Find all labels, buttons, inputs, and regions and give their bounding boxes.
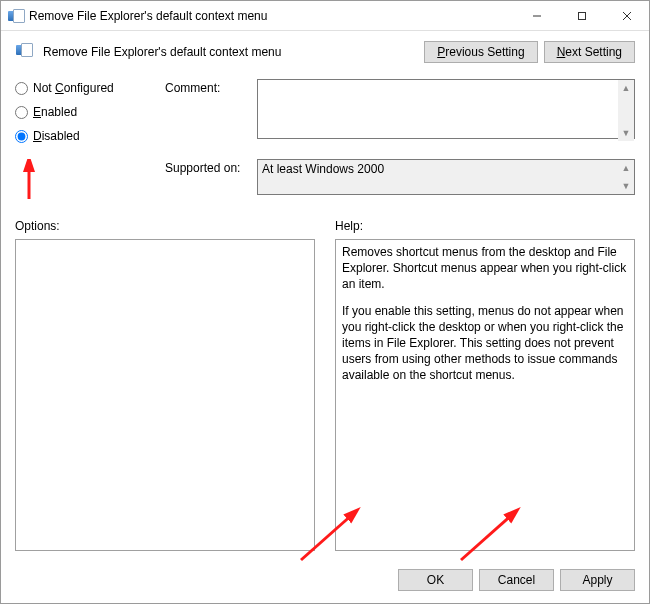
window-buttons — [514, 1, 649, 31]
radio-disabled-label: Disabled — [33, 129, 80, 143]
minimize-button[interactable] — [514, 1, 559, 31]
radio-enabled-label: Enabled — [33, 105, 77, 119]
maximize-icon — [577, 11, 587, 21]
dialog-icon — [7, 8, 23, 24]
help-header: Help: — [335, 219, 635, 233]
radio-disabled[interactable]: Disabled — [15, 129, 155, 143]
previous-setting-button[interactable]: Previous Setting — [424, 41, 537, 63]
dialog-footer: OK Cancel Apply — [1, 561, 649, 603]
comment-grid: Comment: ▲ ▼ Supported on: At least Wind… — [165, 79, 635, 201]
supported-on-wrap: At least Windows 2000 ▲ ▼ — [257, 159, 635, 195]
cancel-button[interactable]: Cancel — [479, 569, 554, 591]
annotation-arrow-disabled — [18, 159, 40, 201]
scroll-down-icon[interactable]: ▼ — [618, 125, 634, 141]
radio-enabled[interactable]: Enabled — [15, 105, 155, 119]
supported-on-label: Supported on: — [165, 159, 257, 175]
options-box[interactable] — [15, 239, 315, 551]
close-button[interactable] — [604, 1, 649, 31]
details-row: Options: Help: Removes shortcut menus fr… — [15, 219, 635, 551]
comment-label: Comment: — [165, 79, 257, 95]
radio-not-configured[interactable]: Not Configured — [15, 81, 155, 95]
next-setting-button[interactable]: Next Setting — [544, 41, 635, 63]
options-header: Options: — [15, 219, 315, 233]
comment-scrollbar[interactable]: ▲ ▼ — [618, 80, 634, 141]
comment-field[interactable] — [257, 79, 635, 139]
titlebar: Remove File Explorer's default context m… — [1, 1, 649, 31]
help-paragraph-1: Removes shortcut menus from the desktop … — [342, 244, 628, 293]
comment-field-wrap: ▲ ▼ — [257, 79, 635, 142]
maximize-button[interactable] — [559, 1, 604, 31]
setting-icon — [15, 42, 35, 62]
help-paragraph-2: If you enable this setting, menus do not… — [342, 303, 628, 384]
dialog-body: Remove File Explorer's default context m… — [1, 31, 649, 561]
minimize-icon — [532, 11, 542, 21]
apply-button[interactable]: Apply — [560, 569, 635, 591]
dialog-title: Remove File Explorer's default context m… — [29, 9, 514, 23]
close-icon — [622, 11, 632, 21]
supported-on-field: At least Windows 2000 — [257, 159, 635, 195]
help-box[interactable]: Removes shortcut menus from the desktop … — [335, 239, 635, 551]
scroll-up-icon: ▲ — [618, 160, 634, 176]
nav-buttons: Previous Setting Next Setting — [424, 41, 635, 63]
scroll-down-icon: ▼ — [618, 178, 634, 194]
radio-enabled-input[interactable] — [15, 106, 28, 119]
ok-button[interactable]: OK — [398, 569, 473, 591]
radio-not-configured-input[interactable] — [15, 82, 28, 95]
state-radios: Not Configured Enabled Disabled — [15, 79, 155, 201]
radio-not-configured-label: Not Configured — [33, 81, 114, 95]
next-setting-label: Next Setting — [557, 45, 622, 59]
group-policy-setting-dialog: Remove File Explorer's default context m… — [0, 0, 650, 604]
supported-scrollbar: ▲ ▼ — [618, 160, 634, 194]
help-column: Help: Removes shortcut menus from the de… — [335, 219, 635, 551]
header-row: Remove File Explorer's default context m… — [15, 41, 635, 63]
previous-setting-label: Previous Setting — [437, 45, 524, 59]
radio-disabled-input[interactable] — [15, 130, 28, 143]
scroll-up-icon[interactable]: ▲ — [618, 80, 634, 96]
config-row: Not Configured Enabled Disabled Comment: — [15, 79, 635, 201]
setting-title: Remove File Explorer's default context m… — [43, 45, 424, 59]
svg-rect-1 — [578, 12, 585, 19]
options-column: Options: — [15, 219, 315, 551]
